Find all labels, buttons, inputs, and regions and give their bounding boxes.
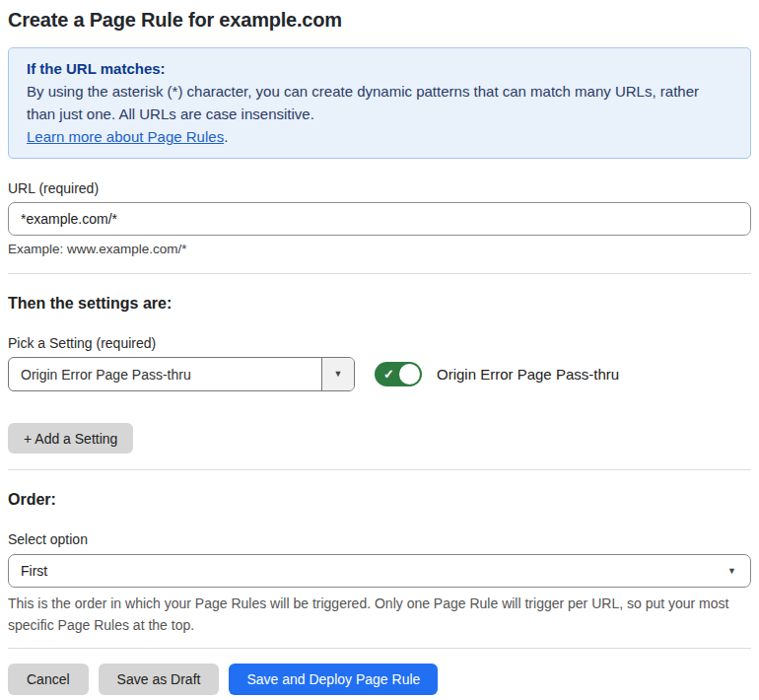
setting-row: Origin Error Page Pass-thru ▼ ✓ Origin E… <box>8 357 751 391</box>
check-icon: ✓ <box>383 368 394 381</box>
learn-more-link[interactable]: Learn more about Page Rules <box>27 128 224 145</box>
divider <box>8 648 751 649</box>
divider <box>8 273 751 274</box>
url-match-info-box: If the URL matches: By using the asteris… <box>8 47 751 159</box>
order-select[interactable]: First ▼ <box>8 554 751 588</box>
link-period: . <box>224 128 228 145</box>
setting-dropdown-button[interactable]: ▼ <box>321 358 354 390</box>
form-actions: Cancel Save as Draft Save and Deploy Pag… <box>8 664 751 695</box>
chevron-down-icon: ▼ <box>334 370 343 379</box>
toggle-knob <box>399 364 420 385</box>
save-draft-button[interactable]: Save as Draft <box>99 664 220 695</box>
setting-dropdown-value: Origin Error Page Pass-thru <box>9 367 191 383</box>
order-section-heading: Order: <box>8 490 751 509</box>
toggle-label: Origin Error Page Pass-thru <box>437 366 619 383</box>
order-select-value: First <box>21 563 47 579</box>
chevron-down-icon: ▼ <box>727 567 736 576</box>
info-box-link-line: Learn more about Page Rules. <box>27 125 732 148</box>
setting-toggle[interactable]: ✓ <box>375 362 422 386</box>
create-page-rule-form: Create a Page Rule for example.com If th… <box>0 0 759 695</box>
add-setting-button[interactable]: + Add a Setting <box>8 423 133 454</box>
url-input[interactable] <box>8 202 751 236</box>
order-select-label: Select option <box>8 531 751 547</box>
pick-setting-label: Pick a Setting (required) <box>8 335 751 351</box>
info-box-heading: If the URL matches: <box>27 57 732 80</box>
page-title: Create a Page Rule for example.com <box>8 8 751 32</box>
order-help-text: This is the order in which your Page Rul… <box>8 593 732 636</box>
settings-section-heading: Then the settings are: <box>8 294 751 313</box>
cancel-button[interactable]: Cancel <box>8 664 89 695</box>
url-label: URL (required) <box>8 180 751 196</box>
divider <box>8 469 751 470</box>
info-box-body: By using the asterisk (*) character, you… <box>27 80 702 125</box>
url-example-hint: Example: www.example.com/* <box>8 242 751 256</box>
save-deploy-button[interactable]: Save and Deploy Page Rule <box>229 664 438 695</box>
setting-dropdown[interactable]: Origin Error Page Pass-thru ▼ <box>8 357 355 391</box>
